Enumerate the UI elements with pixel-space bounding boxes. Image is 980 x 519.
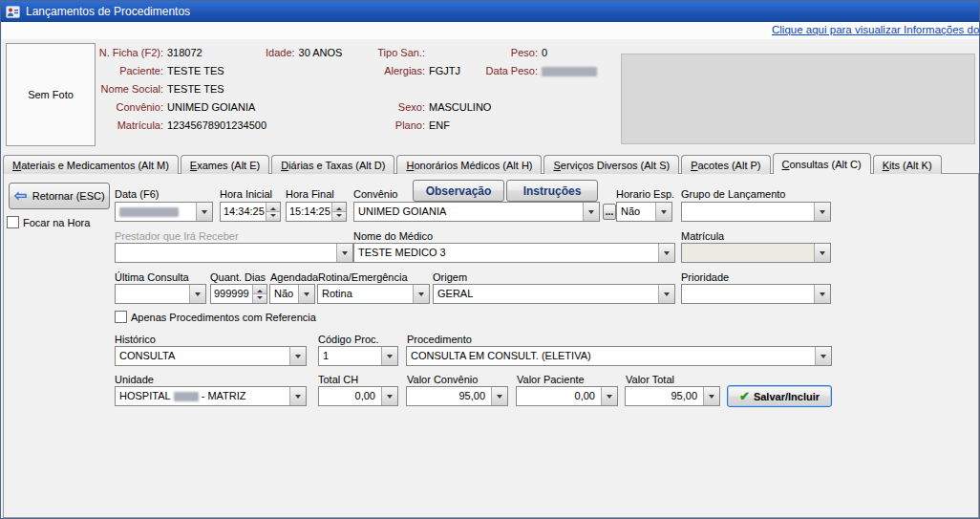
- hora-final-spinner[interactable]: 15:14:25: [286, 202, 347, 222]
- chevron-down-icon[interactable]: [658, 244, 674, 262]
- spin-down-icon[interactable]: [253, 293, 266, 303]
- spin-up-icon[interactable]: [266, 203, 280, 211]
- peso-value: 0: [542, 46, 547, 59]
- grupo-lancamento-combobox[interactable]: [681, 202, 831, 222]
- tab-pacotes[interactable]: Pacotes (Alt P): [681, 155, 770, 174]
- chevron-down-icon[interactable]: [196, 203, 212, 221]
- retornar-button[interactable]: ⇦ Retornar (ESC): [9, 183, 110, 209]
- horario-esp-label: Horario Esp.: [616, 188, 674, 201]
- procedimento-combobox[interactable]: CONSULTA EM CONSULT. (ELETIVA): [406, 346, 832, 366]
- patient-paciente-row: Paciente: TESTE TES: [86, 64, 224, 77]
- unidade-label: Unidade: [115, 374, 154, 386]
- historico-label: Histórico: [115, 334, 156, 346]
- plano-value: ENF: [429, 119, 450, 132]
- instrucoes-button[interactable]: Instruções: [506, 180, 598, 202]
- tab-exames[interactable]: Exames (Alt E): [181, 155, 269, 174]
- prestador-combobox[interactable]: [115, 243, 353, 263]
- unidade-value-suffix: - MATRIZ: [202, 390, 246, 401]
- hora-final-value: 15:14:25: [287, 203, 331, 221]
- nome-social-label: Nome Social:: [86, 82, 167, 96]
- procedimento-label: Procedimento: [407, 334, 472, 346]
- tab-materiais-e-medicamentos[interactable]: Materiais e Medicamentos (Alt M): [3, 155, 179, 174]
- salvar-incluir-button[interactable]: ✔ Salvar/Incluir: [727, 385, 832, 407]
- spin-up-icon[interactable]: [253, 285, 266, 293]
- checkbox-box[interactable]: [7, 216, 19, 228]
- tab-kits[interactable]: Kits (Alt K): [873, 155, 942, 174]
- spin-down-icon[interactable]: [266, 211, 280, 221]
- patient-convenio-row: Convênio: UNIMED GOIANIA: [86, 100, 255, 114]
- chevron-down-icon[interactable]: [601, 387, 617, 405]
- prioridade-combobox[interactable]: [681, 284, 831, 304]
- chevron-down-icon[interactable]: [336, 244, 352, 262]
- ellipsis-label: ...: [606, 206, 613, 217]
- total-ch-value: 0,00: [319, 387, 381, 405]
- ultima-consulta-combobox[interactable]: [115, 284, 206, 304]
- codigo-proc-combobox[interactable]: 1: [318, 346, 398, 366]
- chevron-down-icon[interactable]: [814, 285, 830, 303]
- chevron-down-icon[interactable]: [381, 387, 397, 405]
- tab-honorarios-medicos[interactable]: Honorários Médicos (Alt H): [396, 155, 542, 174]
- hora-inicial-spinner[interactable]: 14:34:25: [220, 202, 281, 222]
- chevron-down-icon[interactable]: [189, 285, 205, 303]
- valor-convenio-combobox[interactable]: 95,00: [406, 386, 508, 406]
- horario-esp-combobox[interactable]: Não: [616, 202, 672, 222]
- convenio-ellipsis-button[interactable]: ...: [603, 204, 616, 220]
- spinner-arrows: [331, 203, 346, 221]
- chevron-down-icon[interactable]: [814, 203, 830, 221]
- ultima-consulta-value: [116, 285, 189, 303]
- chevron-down-icon[interactable]: [289, 347, 306, 365]
- tab-label: Pacotes (Alt P): [691, 160, 760, 171]
- salvar-incluir-label: Salvar/Incluir: [754, 391, 820, 402]
- chevron-down-icon[interactable]: [655, 203, 671, 221]
- total-ch-combobox[interactable]: 0,00: [318, 386, 398, 406]
- origem-combobox[interactable]: GERAL: [433, 284, 675, 304]
- tab-label: Materiais e Medicamentos (Alt M): [12, 160, 169, 171]
- link-row: Clique aqui para visualizar Informações …: [2, 22, 979, 39]
- apenas-referencia-label: Apenas Procedimentos com Referencia: [131, 312, 316, 323]
- chevron-down-icon[interactable]: [703, 387, 719, 405]
- procedimento-value: CONSULTA EM CONSULT. (ELETIVA): [407, 347, 815, 365]
- chevron-down-icon[interactable]: [381, 347, 397, 365]
- tab-consultas[interactable]: Consultas (Alt C): [773, 153, 871, 174]
- chevron-down-icon[interactable]: [491, 387, 507, 405]
- checkbox-box[interactable]: [115, 311, 127, 323]
- patient-nome-social-row: Nome Social: TESTE TES: [86, 82, 224, 96]
- convenio-combobox[interactable]: UNIMED GOIANIA: [353, 202, 600, 222]
- quant-dias-value: 999999: [211, 285, 252, 303]
- tab-servicos-diversos[interactable]: Serviços Diversos (Alt S): [543, 155, 679, 174]
- tab-diarias-e-taxas[interactable]: Diárias e Taxas (Alt D): [271, 155, 394, 174]
- chevron-down-icon[interactable]: [289, 387, 306, 405]
- focar-na-hora-checkbox[interactable]: Focar na Hora: [7, 216, 90, 228]
- matricula-combobox: [681, 243, 831, 263]
- quant-dias-spinner[interactable]: 999999: [210, 284, 267, 304]
- historico-combobox[interactable]: CONSULTA: [115, 346, 307, 366]
- observacao-button[interactable]: Observação: [413, 180, 504, 202]
- prestador-label: Prestador que Irá Receber: [115, 230, 239, 243]
- chevron-down-icon[interactable]: [583, 203, 599, 221]
- data-f6-combobox[interactable]: [115, 202, 213, 222]
- patient-alergias-row: Alergias: FGJTJ: [357, 64, 460, 77]
- unidade-combobox[interactable]: HOSPITAL - MATRIZ: [115, 386, 307, 406]
- patient-info-link[interactable]: Clique aqui para visualizar Informações …: [772, 24, 979, 35]
- data-peso-value-redacted: [542, 64, 597, 77]
- agendada-value: Não: [270, 285, 298, 303]
- valor-paciente-combobox[interactable]: 0,00: [516, 386, 618, 406]
- rotina-emergencia-combobox[interactable]: Rotina: [317, 284, 430, 304]
- retornar-label: Retornar (ESC): [32, 190, 105, 202]
- agendada-combobox[interactable]: Não: [269, 284, 315, 304]
- apenas-referencia-checkbox[interactable]: Apenas Procedimentos com Referencia: [115, 311, 316, 323]
- valor-paciente-value: 0,00: [517, 387, 601, 405]
- nome-medico-combobox[interactable]: TESTE MEDICO 3: [353, 243, 675, 263]
- valor-total-combobox[interactable]: 95,00: [625, 386, 720, 406]
- valor-convenio-label: Valor Convênio: [407, 374, 478, 386]
- chevron-down-icon[interactable]: [658, 285, 674, 303]
- convenio-value: UNIMED GOIANIA: [167, 100, 255, 114]
- ficha-label: N. Ficha (F2):: [86, 46, 167, 59]
- spin-up-icon[interactable]: [332, 203, 346, 211]
- chevron-down-icon[interactable]: [815, 347, 831, 365]
- chevron-down-icon[interactable]: [413, 285, 429, 303]
- patient-matricula-row: Matrícula: 12345678901234500: [86, 119, 266, 132]
- spin-down-icon[interactable]: [332, 211, 346, 221]
- chevron-down-icon[interactable]: [298, 285, 314, 303]
- title-bar: Lançamentos de Procedimentos: [1, 1, 979, 22]
